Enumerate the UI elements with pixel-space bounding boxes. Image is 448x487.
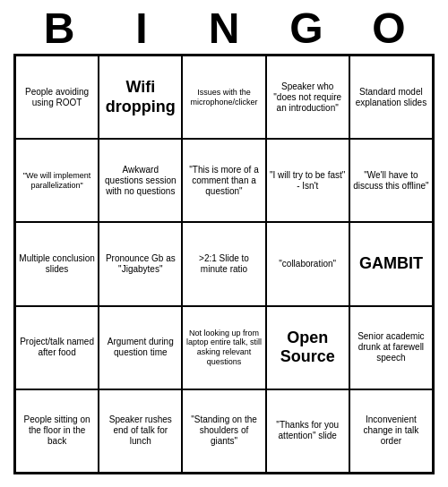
letter-b: B	[23, 7, 95, 50]
letter-i: I	[106, 7, 177, 50]
bingo-cell: People sitting on the floor in the back	[15, 389, 99, 473]
bingo-cell: Open Source	[266, 306, 349, 389]
letter-n: N	[188, 7, 260, 50]
bingo-cell: Multiple conclusion slides	[15, 222, 99, 305]
bingo-cell: "This is more of a comment than a questi…	[182, 139, 265, 222]
bingo-cell: Inconvenient change in talk order	[349, 389, 433, 473]
bingo-cell: Standard model explanation slides	[349, 56, 433, 139]
bingo-cell: Awkward questions session with no questi…	[99, 139, 182, 222]
bingo-cell: "We will implement parallelization"	[15, 139, 99, 222]
bingo-cell: Pronounce Gb as "Jigabytes"	[99, 222, 182, 305]
bingo-title: B I N G O	[18, 7, 430, 50]
bingo-cell: Argument during question time	[99, 306, 182, 389]
bingo-cell: GAMBIT	[349, 222, 433, 305]
bingo-cell: "Standing on the shoulders of giants"	[182, 389, 265, 473]
bingo-cell: Speaker rushes end of talk for lunch	[99, 389, 182, 473]
bingo-cell: "Thanks for you attention" slide	[266, 389, 349, 473]
bingo-cell: "collaboration"	[266, 222, 349, 305]
bingo-cell: "We'll have to discuss this offline"	[349, 139, 433, 222]
bingo-cell: Project/talk named after food	[15, 306, 99, 389]
bingo-cell: "I will try to be fast" - Isn't	[266, 139, 349, 222]
letter-g: G	[271, 7, 342, 50]
bingo-grid: People avoiding using ROOTWifi droppingI…	[13, 54, 435, 474]
bingo-cell: >2:1 Slide to minute ratio	[182, 222, 265, 305]
bingo-cell: Not looking up from laptop entire talk, …	[182, 306, 265, 389]
bingo-cell: Senior academic drunk at farewell speech	[349, 306, 433, 389]
bingo-cell: People avoiding using ROOT	[15, 56, 99, 139]
bingo-cell: Wifi dropping	[99, 56, 182, 139]
letter-o: O	[353, 7, 425, 50]
bingo-cell: Issues with the microphone/clicker	[182, 56, 265, 139]
bingo-cell: Speaker who "does not require an introdu…	[266, 56, 349, 139]
